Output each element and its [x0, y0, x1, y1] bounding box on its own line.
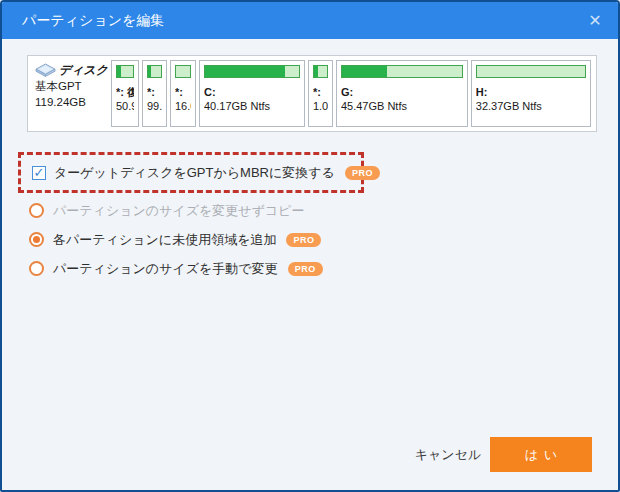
partition-block[interactable]: C: 40.17GB Ntfs: [199, 60, 305, 127]
usage-bar: [116, 65, 134, 78]
disk-size: 119.24GB: [35, 94, 109, 110]
option-copy-without-resize: パーティションのサイズを変更せずコピー: [29, 202, 305, 219]
radio-button[interactable]: [29, 232, 44, 247]
convert-gpt-mbr-option: ✓ ターゲットディスクをGPTからMBRに変換する PRO: [18, 152, 364, 193]
usage-bar: [147, 65, 162, 78]
partition-strip: *: 復 50.9 *: 99.0 *: 16.0 C: 40.17GB Ntf…: [111, 60, 591, 127]
usage-bar: [476, 65, 586, 78]
option-add-unused-space: 各パーティションに未使用領域を追加 PRO: [29, 231, 321, 248]
radio-button[interactable]: [29, 261, 44, 276]
usage-bar: [313, 65, 328, 78]
partition-block[interactable]: G: 45.47GB Ntfs: [336, 60, 468, 127]
partition-block[interactable]: *: 16.0: [170, 60, 196, 127]
close-icon[interactable]: ✕: [582, 2, 608, 39]
partition-block[interactable]: H: 32.37GB Ntfs: [471, 60, 591, 127]
partition-block[interactable]: *: 99.0: [142, 60, 167, 127]
cancel-button[interactable]: キャンセル: [412, 446, 484, 464]
usage-bar: [175, 65, 191, 78]
edit-partition-dialog: パーティションを編集 ✕ ディスク 基本GPT 119.24GB: [0, 0, 620, 492]
disk-map-panel: ディスク 基本GPT 119.24GB *: 復 50.9 *: 99.0 *:…: [27, 55, 597, 132]
option-manual-resize: パーティションのサイズを手動で変更 PRO: [29, 260, 323, 277]
option-label[interactable]: パーティションのサイズを変更せずコピー: [53, 202, 305, 220]
convert-checkbox[interactable]: ✓: [32, 166, 46, 180]
option-label[interactable]: パーティションのサイズを手動で変更: [53, 260, 278, 278]
usage-bar: [204, 65, 300, 78]
partition-block[interactable]: *: 復 50.9: [111, 60, 139, 127]
pro-badge: PRO: [288, 262, 323, 276]
disk-icon: [35, 63, 56, 78]
option-label[interactable]: 各パーティションに未使用領域を追加: [53, 231, 276, 249]
disk-name: ディスク: [59, 62, 108, 78]
disk-type: 基本GPT: [35, 78, 109, 94]
usage-bar: [341, 65, 463, 78]
disk-info: ディスク 基本GPT 119.24GB: [33, 60, 111, 127]
pro-badge: PRO: [286, 233, 321, 247]
dialog-title: パーティションを編集: [22, 2, 164, 39]
partition-block[interactable]: *: 1.07: [308, 60, 333, 127]
convert-label[interactable]: ターゲットディスクをGPTからMBRに変換する: [54, 164, 335, 182]
ok-button[interactable]: はい: [490, 437, 592, 472]
radio-button[interactable]: [29, 203, 44, 218]
pro-badge: PRO: [345, 166, 380, 180]
titlebar: パーティションを編集 ✕: [2, 2, 618, 39]
